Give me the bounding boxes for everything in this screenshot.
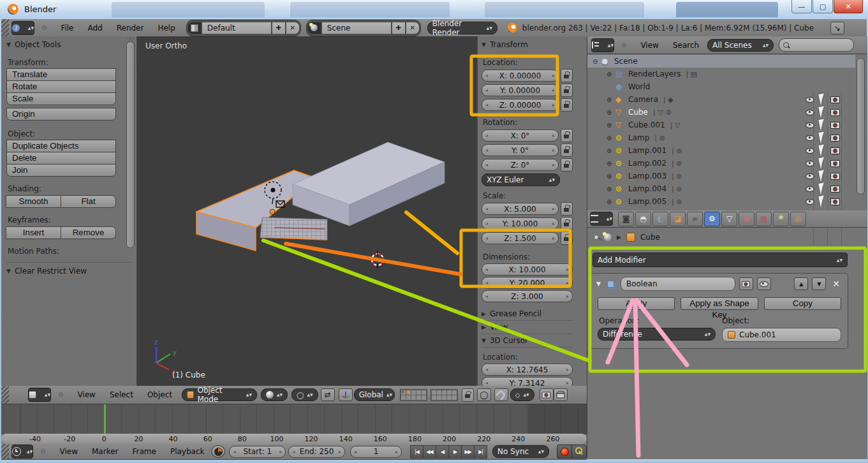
close-button[interactable]: ✕ [834, 0, 863, 13]
tree-row[interactable]: ⊕ Lamp.005 | ⊛ [587, 195, 855, 208]
playback-button[interactable]: ◀◀ [423, 445, 436, 459]
cursor-panel-header[interactable]: ▼3D Cursor [482, 334, 573, 348]
collapse-menus-icon[interactable]: ⊖ [33, 443, 52, 460]
tool-button[interactable]: Insert [6, 226, 61, 239]
step-right-icon[interactable]: ▸ [552, 221, 555, 226]
tree-row[interactable]: World [587, 80, 855, 93]
scene-icon[interactable] [307, 22, 321, 34]
maximize-button[interactable]: ▢ [813, 0, 833, 13]
rotation-field[interactable]: ◂ Y: 0° ▸ [482, 144, 559, 156]
use-preview-range-icon[interactable] [211, 445, 225, 458]
object-name[interactable]: Cube [628, 108, 648, 117]
step-right-icon[interactable]: ▸ [552, 235, 555, 241]
properties-tab[interactable] [739, 212, 754, 226]
expand-icon[interactable]: ⊕ [607, 122, 615, 129]
tool-button[interactable]: Translate [6, 68, 116, 81]
outliner-search-input[interactable] [779, 38, 854, 52]
viewport-canvas[interactable]: z y x [137, 36, 477, 386]
properties-tab[interactable] [670, 212, 686, 226]
playback-button[interactable]: ▶ [448, 445, 462, 459]
add-layout-icon[interactable]: ✚ [272, 22, 286, 34]
header-grip[interactable] [1, 386, 9, 404]
expand-icon[interactable]: ⊕ [607, 96, 615, 103]
object-name[interactable]: Lamp.005 [628, 197, 666, 206]
renderability-camera-icon[interactable] [830, 135, 840, 142]
object-tools-panel-header[interactable]: ▼ Object Tools [6, 40, 131, 49]
renderability-camera-icon[interactable] [830, 147, 840, 154]
add-scene-icon[interactable]: ✚ [392, 22, 406, 34]
pin-icon[interactable] [594, 235, 599, 240]
tree-row[interactable]: ⊕ RenderLayers | ▤ [587, 68, 855, 80]
playback-button[interactable]: ◀ [436, 445, 449, 459]
expand-icon[interactable]: ⊕ [607, 147, 615, 154]
cube-001-object[interactable] [293, 142, 445, 226]
operation-select[interactable]: Difference▲▼ [598, 328, 716, 341]
manipulator-icon[interactable] [339, 388, 353, 401]
render-opengl-icon[interactable] [540, 388, 554, 401]
location-field[interactable]: ◂ Y: 0.00000 ▸ [482, 84, 559, 96]
modifier-viewport-toggle-icon[interactable] [757, 277, 771, 290]
object-name[interactable]: Lamp.002 [628, 159, 666, 168]
step-right-icon[interactable]: ▸ [552, 102, 555, 108]
dimension-field[interactable]: ◂ Y: 20.000 ▸ [482, 277, 573, 289]
pivot-select[interactable]: ◯ ▲▼ [291, 388, 318, 401]
timeline-ruler[interactable]: -40-200204060801001201401601802002202402… [1, 434, 587, 444]
properties-tab[interactable] [687, 212, 703, 226]
properties-tab[interactable] [773, 212, 789, 226]
tool-button[interactable]: Rotate [6, 80, 116, 93]
tool-button[interactable]: Scale [6, 92, 116, 105]
tree-row[interactable]: ⊕ Lamp.001 | ⊛ [587, 144, 855, 157]
tool-button[interactable]: Delete [6, 152, 116, 165]
object-name[interactable]: Camera [628, 95, 658, 104]
renderability-camera-icon[interactable] [830, 186, 840, 193]
renderability-camera-icon[interactable] [830, 96, 840, 103]
tree-row[interactable]: ⊕ Lamp | ⊛ [587, 131, 855, 144]
minimize-button[interactable]: — [791, 0, 812, 13]
location-field[interactable]: ◂ X: 0.00000 ▸ [482, 70, 559, 82]
step-right-icon[interactable]: ▸ [566, 280, 569, 286]
header-grip[interactable] [1, 444, 9, 459]
current-frame-indicator[interactable] [104, 404, 106, 434]
scale-field[interactable]: ◂ Y: 10.000 ▸ [482, 217, 559, 230]
expand-icon[interactable]: ⊕ [607, 71, 615, 78]
properties-tab[interactable] [721, 212, 737, 226]
object-name[interactable]: Scene [614, 57, 638, 66]
renderability-camera-icon[interactable] [830, 122, 840, 129]
timeline-track[interactable] [1, 404, 587, 434]
render-engine-select[interactable]: Blender Render▲▼ [427, 22, 497, 34]
menu-item[interactable]: View [70, 386, 102, 403]
object-name[interactable]: Cube.001 [628, 121, 665, 129]
lock-to-scene-icon[interactable] [462, 388, 474, 402]
tool-button[interactable]: Flat [61, 195, 116, 208]
tool-button[interactable]: Smooth [6, 195, 61, 208]
outliner-scrollbar[interactable] [857, 58, 865, 195]
menu-item[interactable]: Marker [85, 443, 125, 460]
menu-item[interactable]: View [53, 443, 85, 460]
playback-button[interactable]: ▶▶ [461, 445, 474, 459]
step-right-icon[interactable]: ▸ [552, 133, 555, 138]
renderability-camera-icon[interactable] [830, 109, 840, 116]
expand-icon[interactable]: ⊕ [607, 109, 615, 116]
object-name[interactable]: Lamp.003 [628, 172, 666, 180]
playback-button[interactable]: ▶| [474, 445, 487, 459]
tree-row[interactable]: ⊕ Cube | ▽ ⚙ [587, 106, 855, 119]
origin-button[interactable]: Origin [6, 108, 116, 121]
expand-icon[interactable]: ⊕ [607, 135, 615, 142]
menu-item[interactable]: Object [140, 386, 179, 403]
editor-type-button[interactable]: ▲▼ [590, 212, 613, 226]
orientation-select[interactable]: Global▲▼ [354, 388, 395, 401]
menu-item[interactable]: View [633, 37, 665, 54]
renderability-camera-icon[interactable] [830, 160, 840, 167]
sync-mode-select[interactable]: No Sync▲▼ [492, 445, 549, 458]
snap-magnet-icon[interactable] [494, 388, 508, 401]
tool-button[interactable]: Duplicate Objects [6, 140, 116, 152]
properties-tab[interactable] [704, 212, 720, 226]
apply-button[interactable]: Apply [598, 297, 675, 310]
menu-item[interactable]: Add [80, 20, 109, 36]
menu-item[interactable]: Search [666, 37, 706, 54]
step-right-icon[interactable]: ▸ [566, 380, 569, 386]
collapse-menus-icon[interactable]: ⊖ [34, 20, 54, 36]
expand-icon[interactable]: ⊕ [607, 160, 615, 167]
delete-layout-icon[interactable]: ✕ [286, 22, 300, 34]
transform-panel-header[interactable]: ▼Transform [482, 40, 573, 49]
